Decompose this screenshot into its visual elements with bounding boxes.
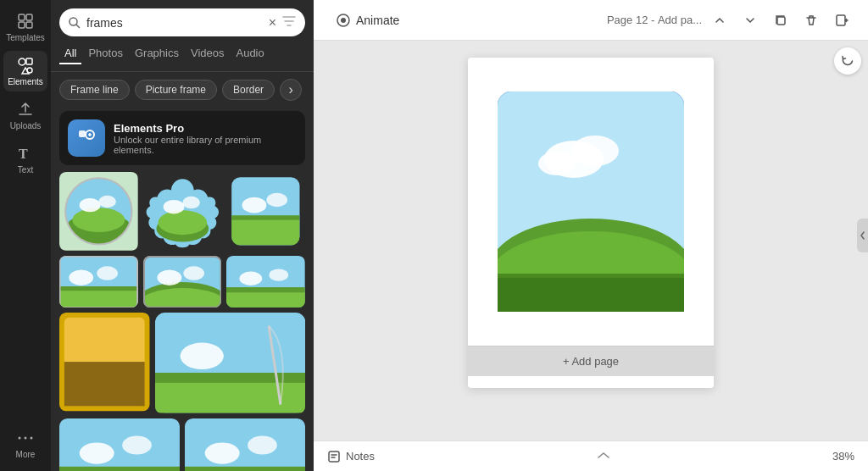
search-icon [68,16,81,30]
svg-point-65 [122,435,152,454]
refresh-icon [841,54,854,68]
chevron-up-icon [714,14,726,26]
svg-point-11 [31,437,33,440]
page-down-button[interactable] [737,8,763,33]
filter-button[interactable] [281,14,297,31]
svg-point-26 [163,200,184,213]
svg-rect-61 [59,418,180,471]
svg-point-72 [341,18,346,23]
pro-banner[interactable]: Elements Pro Unlock our entire library o… [59,111,305,165]
chip-border[interactable]: Border [222,80,275,100]
sidebar-label-more: More [16,450,36,459]
frame-item-circle[interactable] [59,172,138,251]
svg-point-19 [72,208,125,232]
grid-row-1 [59,172,305,251]
sidebar-item-text[interactable]: T Text [3,139,47,180]
frame-item-landscape-2[interactable] [143,256,222,308]
grid-row-2 [59,256,305,308]
sidebar-item-more[interactable]: More [3,424,47,464]
notes-button[interactable]: Notes [327,450,375,463]
tab-photos[interactable]: Photos [83,43,127,64]
canvas-scroll[interactable]: + Add page [314,41,868,441]
chip-picture-frame[interactable]: Picture frame [135,80,217,100]
zoom-level: 38% [832,450,854,463]
animate-icon [336,13,351,28]
sidebar-item-uploads[interactable]: Uploads [3,95,47,136]
frame-item-landscape-4[interactable] [59,418,180,471]
frame-item-rounded-rect[interactable] [226,172,305,251]
sidebar-label-elements: Elements [8,77,43,86]
frame-item-small[interactable] [59,313,150,413]
frame-item-landscape-1[interactable] [59,256,138,308]
svg-rect-13 [79,130,86,137]
bottom-bar: Notes 38% [314,441,868,471]
tab-videos[interactable]: Videos [186,43,230,64]
image-grid [51,172,314,471]
top-bar: Animate Page 12 - Add pa... [314,0,868,41]
grid-row-4 [59,418,305,471]
page-controls: Page 12 - Add pa... [607,8,854,33]
text-icon: T [16,144,35,163]
svg-point-9 [19,437,21,440]
elements-pro-icon [68,119,105,157]
sidebar-label-uploads: Uploads [10,121,42,130]
delete-page-button[interactable] [798,8,824,33]
tab-audio[interactable]: Audio [231,43,269,64]
svg-rect-74 [837,15,845,25]
svg-rect-7 [27,68,32,73]
svg-point-64 [80,442,114,463]
svg-rect-73 [777,17,785,25]
svg-point-34 [242,197,267,213]
add-page-button[interactable]: + Add page [468,346,714,376]
canvas-frame-element[interactable] [498,91,684,312]
chip-frame-line[interactable]: Frame line [59,80,130,100]
frame-item-landscape-3[interactable] [226,256,305,308]
grid-icon [16,12,35,30]
svg-point-45 [157,269,181,285]
animate-label: Animate [356,14,399,27]
svg-rect-1 [26,14,32,20]
panel-expand-chevron[interactable] [595,449,612,464]
more-icon [16,429,35,447]
svg-rect-66 [185,418,305,471]
pro-banner-description: Unlock our entire library of premium ele… [114,135,297,155]
page-up-button[interactable] [707,8,732,33]
upload-icon [16,100,35,119]
svg-point-40 [97,266,118,280]
sidebar-item-templates[interactable]: Templates [3,7,47,47]
svg-point-39 [69,269,93,285]
svg-point-21 [98,196,116,208]
svg-rect-2 [19,22,25,28]
notes-icon [327,450,341,463]
pro-banner-title: Elements Pro [114,122,297,135]
svg-rect-3 [26,22,32,28]
tab-graphics[interactable]: Graphics [130,43,184,64]
animate-button[interactable]: Animate [327,8,408,33]
svg-point-35 [267,193,288,207]
svg-point-69 [205,442,240,463]
tab-all[interactable]: All [59,43,81,64]
svg-point-46 [183,266,204,280]
search-bar: frames × [59,8,305,36]
sidebar-label-text: Text [18,165,33,175]
svg-rect-50 [226,292,305,308]
frame-item-scallop[interactable] [143,172,222,251]
grid-row-3 [59,313,305,413]
canvas-refresh-button[interactable] [834,47,861,75]
trash-icon [804,14,818,27]
sidebar-nav: Templates Elements Uploads T Text [0,0,51,471]
frame-item-landscape-5[interactable] [185,418,305,471]
svg-point-25 [158,210,207,235]
svg-point-20 [80,198,101,212]
add-page-inline-button[interactable] [829,8,854,33]
frame-item-feather[interactable] [155,313,306,413]
svg-point-51 [240,271,263,285]
clear-search-button[interactable]: × [269,16,276,30]
duplicate-page-button[interactable] [768,8,793,33]
search-input[interactable]: frames [86,16,264,30]
page-canvas: + Add page [468,58,714,388]
svg-rect-67 [185,467,305,471]
main-area: Animate Page 12 - Add pa... [314,0,868,471]
sidebar-item-elements[interactable]: Elements [3,51,47,91]
chips-next-button[interactable]: › [280,79,302,101]
